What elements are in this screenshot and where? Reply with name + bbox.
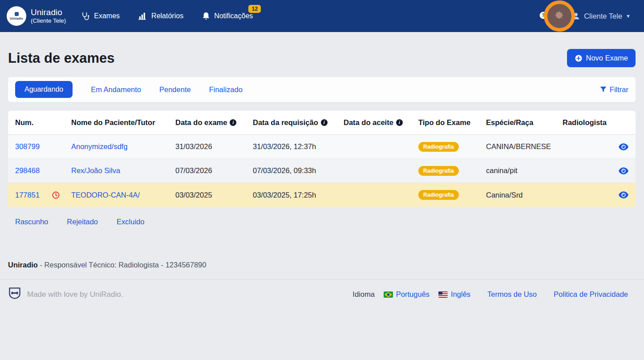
filter-button[interactable]: Filtrar [600, 85, 628, 94]
patient-name-link[interactable]: Anonymized/sdfg [71, 142, 128, 150]
nav-item-relatorios[interactable]: Relatórios [138, 12, 183, 20]
patient-name-link[interactable]: Rex/João Silva [71, 166, 120, 174]
privacy-policy-link[interactable]: Politica de Privacidade [554, 290, 628, 299]
exam-type-badge: Radiografia [418, 142, 459, 152]
language-label: Idioma [352, 290, 375, 299]
exam-date: 03/03/2025 [175, 191, 253, 199]
request-date: 31/03/2026, 12:37h [253, 142, 344, 151]
request-date: 07/03/2026, 09:33h [253, 166, 344, 175]
view-exam-eye-icon[interactable] [619, 143, 628, 150]
brand-subtitle: (Cliente Tele) [31, 17, 66, 24]
bell-icon [202, 12, 210, 20]
settings-gear-wrap [555, 12, 564, 20]
notification-count-badge[interactable]: 12 [248, 5, 261, 13]
view-exam-eye-icon[interactable] [619, 167, 628, 174]
made-with-text: Made with love by UniRadio. [27, 290, 123, 299]
filter-funnel-icon [600, 86, 607, 93]
view-exam-eye-icon[interactable] [619, 191, 628, 198]
language-portugues[interactable]: Português [384, 290, 429, 299]
table-row-highlighted: 177851 TEODORO-CAN-4A/ 03/03/2025 03/03/… [8, 183, 636, 207]
nav-label-relatorios: Relatórios [151, 12, 183, 20]
exam-number-link[interactable]: 308799 [15, 142, 40, 151]
tab-pendente[interactable]: Pendente [159, 85, 191, 94]
bone-shield-icon [8, 287, 21, 302]
tab-aguardando[interactable]: Aguardando [15, 81, 73, 98]
terms-of-use-link[interactable]: Termos de Uso [487, 290, 537, 299]
chevron-down-icon: ▼ [626, 13, 631, 19]
nav-label-exames: Exames [94, 12, 120, 20]
col-tipo: Tipo do Exame [418, 118, 486, 127]
technical-responsible-line: Uniradio - Responsável Técnico: Radiolog… [8, 261, 636, 269]
col-num: Num. [15, 118, 71, 127]
patient-name-link[interactable]: TEODORO-CAN-4A/ [71, 191, 140, 199]
nav-item-notificacoes[interactable]: Notificações 12 [202, 12, 253, 20]
request-date: 03/03/2025, 17:25h [253, 191, 344, 199]
person-icon [571, 12, 580, 20]
exam-type-badge: Radiografia [418, 166, 459, 176]
user-label: Cliente Tele [584, 12, 622, 20]
species-breed: canina/pit [486, 166, 563, 175]
info-icon[interactable]: i [396, 119, 403, 126]
logo-text: Uniradio [10, 17, 23, 20]
overdue-clock-icon [52, 191, 60, 199]
stethoscope-icon [81, 12, 90, 20]
exam-date: 31/03/2026 [175, 142, 253, 151]
table-row: 298468 Rex/João Silva 07/03/2026 07/03/2… [8, 159, 636, 183]
nav-label-notificacoes: Notificações [214, 12, 253, 20]
user-menu[interactable]: Cliente Tele ▼ [571, 12, 631, 20]
tab-em-andamento[interactable]: Em Andamento [91, 85, 141, 94]
col-data-requisicao: Data da requisiçãoi [253, 118, 344, 127]
col-especie: Espécie/Raça [486, 118, 563, 127]
uniradio-logo: Uniradio [7, 6, 26, 26]
brand[interactable]: Uniradio Uniradio (Cliente Tele) [7, 6, 66, 26]
tab-finalizado[interactable]: Finalizado [209, 85, 243, 94]
exam-number-link[interactable]: 177851 [15, 191, 40, 199]
brand-title: Uniradio [31, 8, 66, 17]
info-icon[interactable]: i [321, 119, 328, 126]
status-tabs: Aguardando Em Andamento Pendente Finaliz… [8, 77, 636, 102]
bar-chart-icon [138, 12, 147, 20]
link-excluido[interactable]: Excluido [117, 218, 144, 226]
plus-circle-icon [575, 54, 583, 62]
help-icon[interactable]: ? [539, 11, 547, 21]
gear-icon[interactable] [555, 11, 564, 21]
footer: Made with love by UniRadio. Idioma Portu… [0, 279, 644, 302]
exam-type-badge: Radiografia [418, 190, 459, 200]
col-nome: Nome do Paciente/Tutor [71, 118, 175, 127]
nav-menu: Exames Relatórios Notificações 12 [81, 12, 253, 20]
species-breed: Canina/Srd [486, 191, 563, 199]
extra-status-links: Rascunho Rejeitado Excluido [15, 218, 636, 226]
species-breed: CANINA/BERNESE [486, 142, 563, 151]
col-radiologista: Radiologista [563, 118, 628, 127]
table-row: 308799 Anonymized/sdfg 31/03/2026 31/03/… [8, 135, 636, 159]
nav-item-exames[interactable]: Exames [81, 12, 120, 20]
brazil-flag-icon [384, 291, 393, 298]
language-ingles[interactable]: Inglês [438, 290, 470, 299]
exam-date: 07/03/2026 [175, 166, 253, 175]
col-data-aceite: Data do aceitei [344, 118, 418, 127]
svg-text:?: ? [542, 12, 545, 18]
us-flag-icon [438, 291, 448, 298]
nav-right: ? Cliente Tele ▼ [539, 11, 631, 21]
exam-number-link[interactable]: 298468 [15, 166, 40, 175]
table-header-row: Num. Nome do Paciente/Tutor Data do exam… [8, 111, 636, 135]
logo-mark-icon [15, 12, 19, 16]
page-title: Lista de exames [8, 50, 115, 66]
col-data-exame: Data do examei [175, 118, 253, 127]
info-icon[interactable]: i [230, 119, 236, 126]
exam-table: Num. Nome do Paciente/Tutor Data do exam… [8, 111, 636, 207]
new-exam-button[interactable]: Novo Exame [567, 49, 636, 67]
link-rascunho[interactable]: Rascunho [15, 218, 48, 226]
top-navbar: Uniradio Uniradio (Cliente Tele) Exames … [0, 0, 644, 32]
link-rejeitado[interactable]: Rejeitado [67, 218, 98, 226]
